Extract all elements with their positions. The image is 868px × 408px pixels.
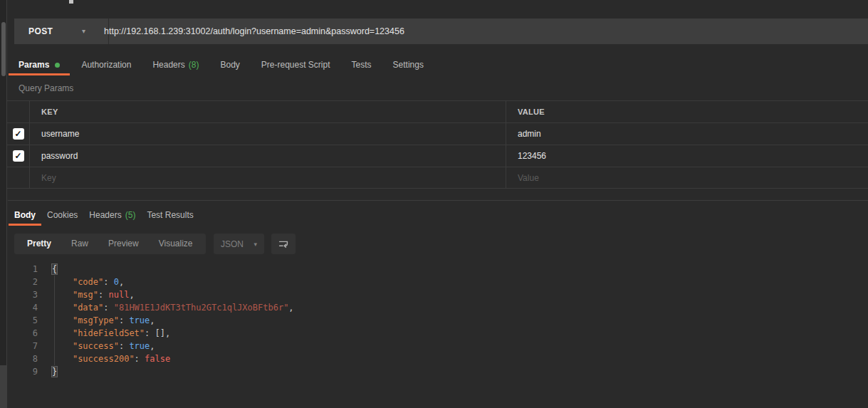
new-param-key-cell bbox=[29, 167, 506, 188]
code-line: 4 "data": "81HW1E1JdKT3tThu2GTc1qlJXoBFt… bbox=[0, 301, 868, 314]
line-number: 1 bbox=[0, 263, 38, 276]
token bbox=[52, 354, 73, 364]
table-row: ✓ password 123456 bbox=[7, 145, 868, 167]
request-url-bar: POST ▾ http://192.168.1.239:31002/auth/l… bbox=[14, 19, 868, 44]
response-tab-cookies-label: Cookies bbox=[47, 207, 78, 224]
response-tab-test-results-label: Test Results bbox=[147, 207, 193, 224]
token: { bbox=[52, 264, 57, 274]
response-body-json: 1 { 2 "code": 0, 3 "msg": null, 4 "data"… bbox=[0, 263, 868, 378]
response-tab-cookies[interactable]: Cookies bbox=[41, 207, 83, 226]
line-number: 9 bbox=[0, 365, 38, 378]
line-number: 2 bbox=[0, 276, 38, 288]
table-row: ✓ username admin bbox=[7, 122, 868, 145]
param-key-cell[interactable]: password bbox=[29, 145, 506, 167]
response-panel-divider[interactable] bbox=[8, 200, 868, 201]
view-mode-pretty[interactable]: Pretty bbox=[17, 234, 61, 254]
token: true bbox=[129, 341, 150, 351]
token: null bbox=[108, 290, 129, 300]
column-header-value: VALUE bbox=[506, 101, 868, 122]
code-line: 8 "success200": false bbox=[0, 352, 868, 365]
token: : bbox=[103, 277, 113, 287]
token: "hideFieldSet" bbox=[73, 328, 145, 338]
token: "81HW1E1JdKT3tThu2GTc1qlJXoBFtb6r" bbox=[114, 303, 289, 313]
column-header-key: KEY bbox=[29, 101, 506, 122]
view-mode-preview[interactable]: Preview bbox=[98, 234, 149, 254]
line-number: 5 bbox=[0, 314, 38, 327]
view-mode-raw[interactable]: Raw bbox=[61, 234, 98, 254]
response-tab-test-results[interactable]: Test Results bbox=[141, 207, 199, 226]
response-view-mode-group: Pretty Raw Preview Visualize bbox=[14, 234, 206, 254]
response-language-dropdown[interactable]: JSON ▾ bbox=[214, 234, 264, 254]
text-wrap-icon bbox=[277, 238, 290, 251]
token bbox=[52, 277, 73, 287]
token: , bbox=[129, 290, 134, 300]
line-number: 7 bbox=[0, 340, 38, 352]
tab-headers[interactable]: Headers (8) bbox=[142, 57, 209, 75]
token: [] bbox=[155, 328, 165, 338]
param-key-cell[interactable]: username bbox=[29, 123, 506, 145]
row-checkbox-cell bbox=[7, 167, 29, 188]
token: , bbox=[150, 341, 155, 351]
code-line: 7 "success": true, bbox=[0, 340, 868, 352]
header-checkbox-cell bbox=[7, 101, 29, 122]
tab-params[interactable]: Params bbox=[9, 57, 70, 75]
param-value-cell[interactable]: 123456 bbox=[506, 145, 868, 167]
left-scrollbar-thumb[interactable] bbox=[1, 22, 6, 76]
check-icon: ✓ bbox=[14, 130, 21, 138]
row-checkbox-cell: ✓ bbox=[7, 123, 29, 145]
method-dropdown[interactable]: POST ▾ bbox=[14, 19, 109, 44]
response-headers-count-badge: (5) bbox=[125, 207, 136, 224]
token: , bbox=[119, 277, 124, 287]
token: : bbox=[103, 303, 113, 313]
token bbox=[52, 290, 73, 300]
tab-authorization[interactable]: Authorization bbox=[71, 57, 141, 75]
param-checkbox[interactable]: ✓ bbox=[13, 128, 24, 140]
line-number: 6 bbox=[0, 327, 38, 340]
tab-body-label: Body bbox=[220, 57, 239, 73]
code-line: 2 "code": 0, bbox=[0, 276, 868, 288]
params-active-dot-icon bbox=[55, 63, 60, 68]
token: "code" bbox=[73, 277, 103, 287]
token: true bbox=[129, 315, 150, 325]
query-params-table: KEY VALUE ✓ username admin ✓ password 12… bbox=[7, 100, 868, 189]
line-number: 8 bbox=[0, 352, 38, 365]
token: } bbox=[52, 367, 57, 377]
tab-pre-request-script[interactable]: Pre-request Script bbox=[251, 57, 340, 75]
token bbox=[52, 303, 73, 313]
token: , bbox=[165, 328, 170, 338]
new-key-input[interactable] bbox=[41, 173, 469, 183]
table-row-new bbox=[7, 167, 868, 189]
tab-tests[interactable]: Tests bbox=[342, 57, 382, 75]
view-mode-visualize[interactable]: Visualize bbox=[149, 234, 203, 254]
token: : bbox=[119, 315, 129, 325]
param-value-cell[interactable]: admin bbox=[506, 123, 868, 145]
token bbox=[52, 341, 73, 351]
response-tab-headers[interactable]: Headers (5) bbox=[83, 207, 141, 226]
code-line: 5 "msgType": true, bbox=[0, 314, 868, 327]
param-checkbox[interactable]: ✓ bbox=[13, 150, 24, 162]
token: "data" bbox=[73, 303, 103, 313]
row-checkbox-cell: ✓ bbox=[7, 145, 29, 167]
response-tab-body-label: Body bbox=[14, 207, 36, 224]
token: , bbox=[150, 315, 155, 325]
tab-body[interactable]: Body bbox=[210, 57, 249, 75]
token bbox=[52, 328, 73, 338]
wrap-lines-button[interactable] bbox=[271, 234, 296, 254]
new-value-input[interactable] bbox=[518, 173, 840, 183]
tab-tests-label: Tests bbox=[352, 57, 372, 73]
check-icon: ✓ bbox=[14, 152, 21, 160]
tab-pre-request-script-label: Pre-request Script bbox=[261, 57, 330, 73]
chevron-down-icon: ▾ bbox=[82, 19, 85, 44]
new-param-value-cell bbox=[506, 167, 868, 188]
postman-window: POST ▾ http://192.168.1.239:31002/auth/l… bbox=[0, 0, 868, 408]
tab-headers-label: Headers bbox=[152, 57, 184, 73]
language-label: JSON bbox=[221, 239, 244, 249]
token: "msg" bbox=[73, 290, 98, 300]
token: 0 bbox=[114, 277, 119, 287]
url-input[interactable]: http://192.168.1.239:31002/auth/login?us… bbox=[104, 19, 404, 44]
code-line: 1 { bbox=[0, 263, 868, 276]
response-tab-body[interactable]: Body bbox=[9, 207, 41, 226]
table-header-row: KEY VALUE bbox=[7, 100, 868, 122]
token: "msgType" bbox=[73, 315, 119, 325]
tab-settings[interactable]: Settings bbox=[383, 57, 434, 75]
